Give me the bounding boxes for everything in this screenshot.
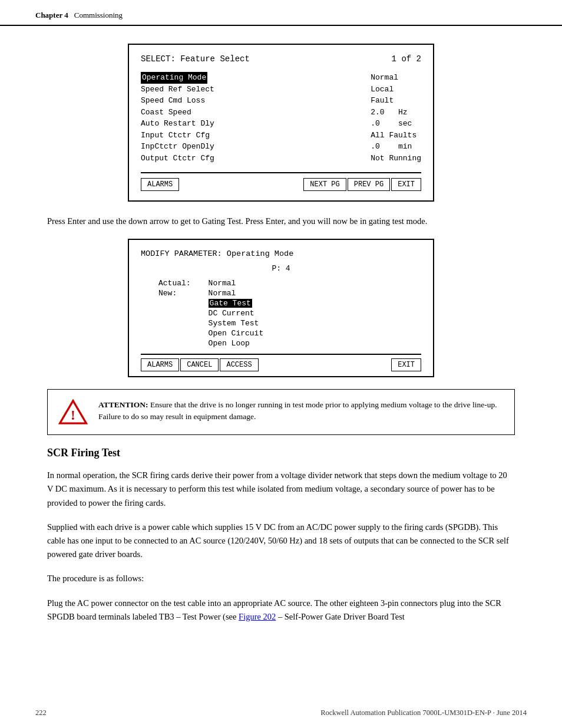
select-col-right: Normal Local Fault 2.0 Hz .0 sec All Fau… — [371, 72, 421, 164]
actual-value: Normal — [209, 279, 264, 288]
modify-labels: Actual: New: — [158, 279, 191, 348]
list-item: All Faults — [371, 130, 421, 141]
list-item: Output Ctctr Cfg — [141, 153, 353, 164]
list-item: Normal — [371, 72, 421, 84]
list-item: Input Ctctr Cfg — [141, 130, 353, 141]
modify-exit-button[interactable]: EXIT — [391, 358, 421, 371]
svg-text:!: ! — [71, 408, 75, 423]
list-item: Auto Restart Dly — [141, 118, 353, 130]
chapter-label: Chapter 4 — [35, 11, 68, 20]
list-item: Not Running — [371, 153, 421, 164]
alarms-button[interactable]: ALARMS — [141, 178, 179, 191]
modify-title: MODIFY PARAMETER: Operating Mode — [141, 249, 421, 258]
page-header: Chapter 4 Commissioning — [0, 0, 562, 26]
list-item: Local — [371, 84, 421, 95]
list-item: 2.0 Hz — [371, 107, 421, 118]
access-button[interactable]: ACCESS — [220, 358, 258, 371]
select-feature-box: SELECT: Feature Select 1 of 2 Operating … — [128, 44, 434, 202]
chapter-title: Commissioning — [74, 11, 123, 20]
list-item: Open Loop — [209, 339, 264, 348]
figure-202-link[interactable]: Figure 202 — [239, 612, 276, 621]
publication-info: Rockwell Automation Publication 7000L-UM… — [320, 709, 527, 717]
modify-p-value: P: 4 — [141, 264, 421, 273]
cancel-button[interactable]: CANCEL — [180, 358, 219, 371]
list-item: InpCtctr OpenDly — [141, 141, 353, 153]
exit-button[interactable]: EXIT — [391, 178, 421, 191]
list-item: DC Current — [209, 309, 264, 318]
list-item: Speed Cmd Loss — [141, 95, 353, 107]
attention-label: ATTENTION: — [98, 400, 148, 409]
select-footer: ALARMS NEXT PG PREV PG EXIT — [141, 172, 421, 191]
modify-content: Actual: New: Normal Normal Gate Test DC … — [141, 279, 421, 348]
body-paragraph-3: The procedure is as follows: — [47, 572, 515, 585]
select-title-text: SELECT: Feature Select — [141, 54, 250, 64]
paragraph-1: Press Enter and use the down arrow to ge… — [47, 215, 515, 228]
warning-body: Ensure that the drive is no longer runni… — [98, 400, 497, 421]
highlighted-item: Operating Mode — [141, 72, 207, 84]
prev-pg-button[interactable]: PREV PG — [348, 178, 390, 191]
caution-triangle-icon: ! — [58, 399, 88, 425]
list-item: Gate Test — [209, 299, 264, 308]
list-item: Operating Mode — [141, 72, 353, 84]
body-paragraph-2: Supplied with each drive is a power cabl… — [47, 521, 515, 562]
main-content: SELECT: Feature Select 1 of 2 Operating … — [0, 26, 562, 652]
body-paragraph-4: Plug the AC power connector on the test … — [47, 597, 515, 624]
next-pg-button[interactable]: NEXT PG — [303, 178, 346, 191]
list-item: Fault — [371, 95, 421, 107]
new-label: New: — [158, 289, 191, 298]
page-number: 222 — [35, 709, 47, 717]
list-item: Coast Speed — [141, 107, 353, 118]
selected-value: Gate Test — [209, 299, 252, 308]
modify-values: Normal Normal Gate Test DC Current Syste… — [209, 279, 264, 348]
list-item: .0 sec — [371, 118, 421, 130]
modify-footer: ALARMS CANCEL ACCESS EXIT — [141, 354, 421, 376]
page-footer: 222 Rockwell Automation Publication 7000… — [0, 709, 562, 717]
section-heading: SCR Firing Test — [47, 447, 515, 459]
list-item: Normal — [209, 289, 264, 298]
select-box-title: SELECT: Feature Select 1 of 2 — [141, 54, 421, 64]
actual-label: Actual: — [158, 279, 191, 288]
select-pagination: 1 of 2 — [392, 54, 421, 64]
modify-alarms-button[interactable]: ALARMS — [141, 358, 179, 371]
select-col-left: Operating Mode Speed Ref Select Speed Cm… — [141, 72, 353, 164]
body-paragraph-1: In normal operation, the SCR firing card… — [47, 469, 515, 510]
list-item: Open Circuit — [209, 329, 264, 338]
select-box-rows: Operating Mode Speed Ref Select Speed Cm… — [141, 72, 421, 164]
warning-text: ATTENTION: Ensure that the drive is no l… — [98, 399, 504, 423]
warning-icon: ! — [58, 399, 88, 425]
modify-parameter-box: MODIFY PARAMETER: Operating Mode P: 4 Ac… — [128, 239, 434, 377]
list-item: System Test — [209, 319, 264, 328]
list-item: .0 min — [371, 141, 421, 153]
list-item: Speed Ref Select — [141, 84, 353, 95]
warning-box: ! ATTENTION: Ensure that the drive is no… — [47, 389, 515, 435]
